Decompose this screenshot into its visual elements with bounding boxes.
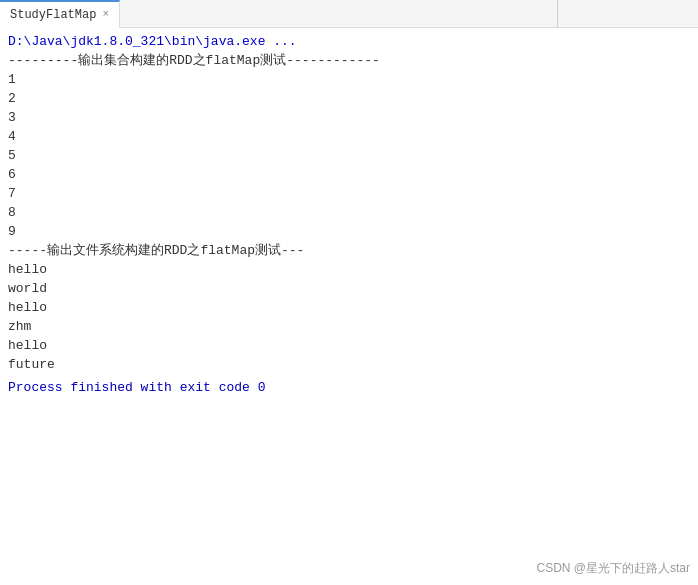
word-hello-1: hello bbox=[8, 260, 690, 279]
word-zhm: zhm bbox=[8, 317, 690, 336]
number-7: 7 bbox=[8, 184, 690, 203]
separator-line-2: -----输出文件系统构建的RDD之flatMap测试--- bbox=[8, 241, 690, 260]
tab-close-icon[interactable]: × bbox=[102, 9, 109, 20]
process-finished-line: Process finished with exit code 0 bbox=[8, 378, 690, 397]
number-4: 4 bbox=[8, 127, 690, 146]
number-5: 5 bbox=[8, 146, 690, 165]
word-future: future bbox=[8, 355, 690, 374]
number-8: 8 bbox=[8, 203, 690, 222]
java-path-line: D:\Java\jdk1.8.0_321\bin\java.exe ... bbox=[8, 32, 690, 51]
number-1: 1 bbox=[8, 70, 690, 89]
word-hello-3: hello bbox=[8, 336, 690, 355]
tab-label: StudyFlatMap bbox=[10, 8, 96, 22]
number-2: 2 bbox=[8, 89, 690, 108]
watermark: CSDN @星光下的赶路人star bbox=[536, 560, 690, 577]
console-area: D:\Java\jdk1.8.0_321\bin\java.exe ... --… bbox=[0, 28, 698, 585]
number-3: 3 bbox=[8, 108, 690, 127]
word-hello-2: hello bbox=[8, 298, 690, 317]
number-9: 9 bbox=[8, 222, 690, 241]
divider bbox=[557, 0, 558, 28]
number-6: 6 bbox=[8, 165, 690, 184]
tab-studyflatmap[interactable]: StudyFlatMap × bbox=[0, 0, 120, 28]
separator-line-1: ---------输出集合构建的RDD之flatMap测试-----------… bbox=[8, 51, 690, 70]
word-world: world bbox=[8, 279, 690, 298]
tab-bar: StudyFlatMap × bbox=[0, 0, 698, 28]
